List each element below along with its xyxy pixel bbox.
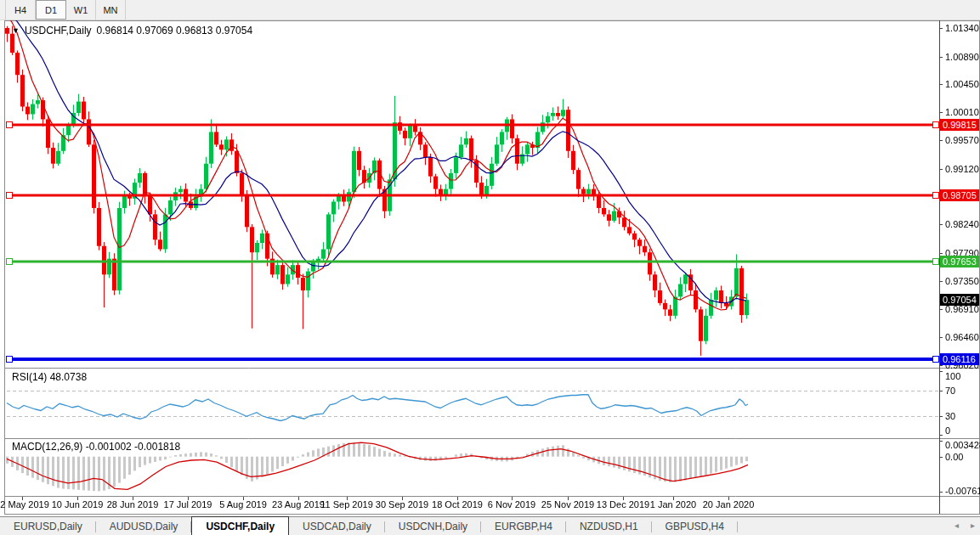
price-axis-tick-label: 0.99570: [945, 135, 979, 145]
date-axis-label: 25 Nov 2019: [541, 499, 594, 510]
hline-price-tag: 0.96116: [940, 353, 979, 365]
symbol-label: USDCHF,Daily: [25, 25, 92, 37]
chart-canvas[interactable]: [0, 0, 980, 535]
rsi-axis-tick-label: 0: [945, 425, 950, 436]
date-axis-label: 22 May 2019: [0, 499, 49, 510]
date-axis-label: 6 Nov 2019: [488, 499, 535, 510]
tab-eurusd-daily[interactable]: EURUSD,Daily: [0, 518, 96, 535]
symbol-tab-bar: EURUSD,DailyAUDUSD,DailyUSDCHF,DailyUSDC…: [0, 516, 980, 535]
date-axis-label: 10 Jun 2019: [52, 499, 104, 510]
tab-scroll-left-icon[interactable]: ◂: [955, 521, 959, 530]
date-axis-label: 1 Jan 2020: [650, 499, 696, 510]
tab-audusd-daily[interactable]: AUDUSD,Daily: [96, 518, 192, 535]
timeframe-button-mn[interactable]: MN: [96, 0, 126, 20]
timeframe-button-h4[interactable]: H4: [5, 0, 36, 20]
timeframe-button-d1[interactable]: D1: [36, 0, 66, 20]
macd-axis-tick-label: -0.007615: [945, 486, 980, 496]
chart-title: ▼ USDCHF,Daily 0.96814 0.97069 0.96813 0…: [12, 25, 252, 37]
chevron-down-icon[interactable]: ▼: [12, 26, 20, 35]
macd-axis-tick-label: 0.00: [945, 452, 963, 462]
price-axis-tick-label: 0.99120: [945, 164, 979, 174]
price-axis-tick-label: 0.98240: [945, 219, 979, 229]
price-axis-tick-label: 1.01340: [945, 23, 979, 33]
price-axis-tick-label: 1.00890: [945, 52, 979, 62]
hline-price-tag: 0.99815: [940, 119, 979, 131]
date-axis-label: 17 Jul 2019: [164, 499, 212, 510]
date-axis-label: 28 Jun 2019: [107, 499, 159, 510]
macd-indicator-label: MACD(12,26,9) -0.001002 -0.001818: [12, 441, 180, 453]
timeframe-button-w1[interactable]: W1: [66, 0, 96, 20]
date-axis-label: 5 Aug 2019: [219, 499, 267, 510]
price-axis-tick-label: 0.97350: [945, 276, 979, 286]
date-axis-label: 13 Dec 2019: [597, 499, 649, 510]
date-axis-label: 11 Sep 2019: [320, 499, 373, 510]
date-axis-label: 20 Jan 2020: [703, 499, 755, 510]
tab-usdchf-daily[interactable]: USDCHF,Daily: [191, 516, 289, 535]
tab-usdcnh-daily[interactable]: USDCNH,Daily: [385, 518, 481, 535]
rsi-axis-tick-label: 70: [945, 386, 955, 396]
timeframe-toolbar: H4D1W1MN: [0, 0, 980, 20]
current-price-tag: 0.97054: [940, 294, 979, 306]
tab-nzdusd-h1[interactable]: NZDUSD,H1: [566, 518, 652, 535]
macd-axis-tick-label: 0.003428: [945, 440, 980, 450]
hline-price-tag: 0.98705: [940, 189, 979, 201]
rsi-axis-tick-label: 100: [945, 371, 960, 381]
rsi-indicator-label: RSI(14) 48.0738: [12, 371, 87, 383]
price-axis-tick-label: 1.00450: [945, 79, 979, 89]
ohlc-values: 0.96814 0.97069 0.96813 0.97054: [97, 25, 253, 37]
tab-scroll-right-icon[interactable]: ▸: [971, 521, 975, 530]
tab-eurgbp-h4[interactable]: EURGBP,H4: [481, 518, 566, 535]
date-axis-label: 18 Oct 2019: [432, 499, 483, 510]
mt4-chart-window: H4D1W1MN ▼ USDCHF,Daily 0.96814 0.97069 …: [0, 0, 980, 535]
rsi-axis-tick-label: 30: [945, 411, 955, 421]
hline-price-tag: 0.97653: [940, 256, 979, 268]
price-axis-tick-label: 1.00010: [945, 107, 979, 117]
price-axis-tick-label: 0.96460: [945, 332, 979, 342]
tab-usdcad-daily[interactable]: USDCAD,Daily: [289, 518, 385, 535]
tab-gbpusd-h4[interactable]: GBPUSD,H4: [652, 518, 738, 535]
tab-scroll-controls: ◂ ▸: [955, 521, 975, 530]
date-axis-label: 23 Aug 2019: [272, 499, 325, 510]
date-axis-label: 30 Sep 2019: [376, 499, 428, 510]
